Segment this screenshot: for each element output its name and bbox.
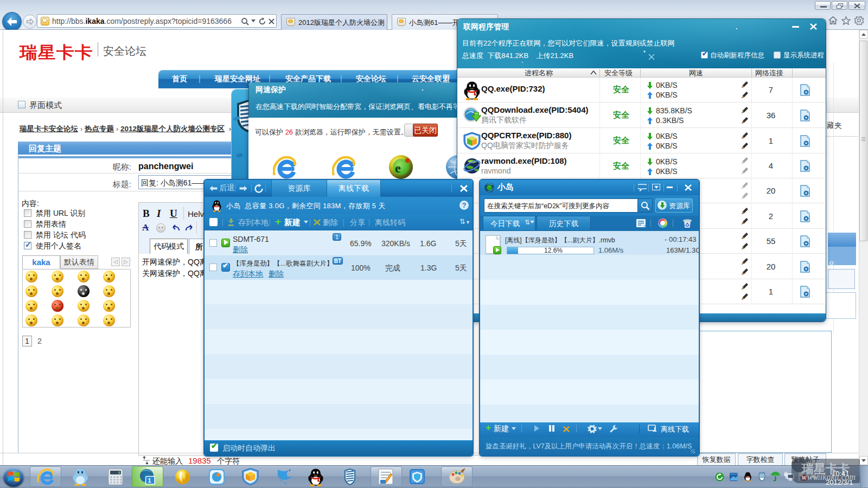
svg-text:8: 8 <box>118 471 120 474</box>
svg-text:1: 1 <box>148 477 151 484</box>
